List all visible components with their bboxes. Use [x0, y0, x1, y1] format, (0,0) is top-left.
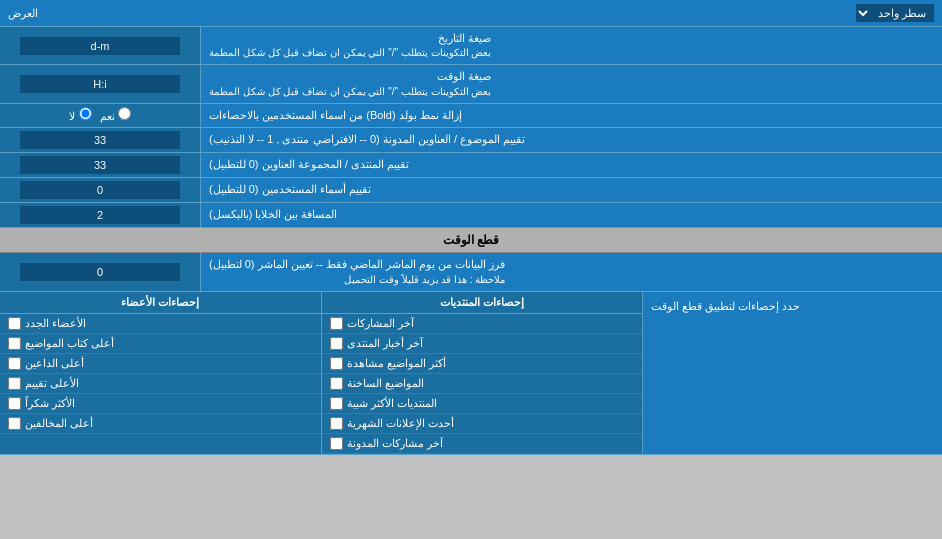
- most-thankful-label: الأكثر شكراً: [25, 397, 75, 410]
- col-header-members: إحصاءات الأعضاء: [0, 292, 321, 313]
- top-rated-label: الأعلى تقييم: [25, 377, 79, 390]
- list-item: الأعلى تقييم: [0, 374, 321, 394]
- usernames-align-row: تقييم أسماء المستخدمين (0 للتطبيل): [0, 178, 942, 203]
- top-posters-checkbox[interactable]: [8, 337, 21, 350]
- date-format-label: صيغة التاريخ بعض التكوينات يتطلب "/" الت…: [200, 27, 942, 64]
- limit-label-cell: حدد إحصاءات لتطبيق قطع الوقت: [642, 292, 942, 454]
- top-label: سطر واحد سطران ثلاثة أسطر: [856, 4, 934, 22]
- spacing-label: المسافة بين الخلايا (بالبكسل): [200, 203, 942, 227]
- top-row: سطر واحد سطران ثلاثة أسطر العرض: [0, 0, 942, 27]
- forum-news-checkbox[interactable]: [330, 337, 343, 350]
- cutoff-section-header: قطع الوقت: [0, 228, 942, 253]
- similar-forums-checkbox[interactable]: [330, 397, 343, 410]
- list-item: أكثر المواضيع مشاهدة: [322, 354, 643, 374]
- time-format-input[interactable]: [20, 75, 180, 93]
- date-format-title: صيغة التاريخ: [209, 31, 491, 46]
- checkboxes-headers: إحصاءات المنتديات إحصاءات الأعضاء: [0, 292, 642, 314]
- title-align-row: تقييم الموضوع / العناوين المدونة (0 -- ا…: [0, 128, 942, 153]
- cutoff-input-container: [0, 253, 200, 290]
- usernames-align-input-container: [0, 178, 200, 202]
- most-viewed-label: أكثر المواضيع مشاهدة: [347, 357, 446, 370]
- list-item: أعلى كتاب المواضيع: [0, 334, 321, 354]
- date-format-hint: بعض التكوينات يتطلب "/" التي يمكن ان تضا…: [209, 46, 491, 60]
- time-format-input-container: [0, 65, 200, 102]
- display-select[interactable]: سطر واحد سطران ثلاثة أسطر: [856, 4, 934, 22]
- limit-label: حدد إحصاءات لتطبيق قطع الوقت: [651, 300, 800, 313]
- title-align-input[interactable]: [20, 131, 180, 149]
- main-container: سطر واحد سطران ثلاثة أسطر العرض صيغة الت…: [0, 0, 942, 455]
- bold-yes-label: نعم: [100, 107, 131, 123]
- usernames-align-input[interactable]: [20, 181, 180, 199]
- top-posters-label: أعلى كتاب المواضيع: [25, 337, 114, 350]
- bold-remove-row: إزالة نمط بولد (Bold) من اسماء المستخدمي…: [0, 104, 942, 128]
- new-members-label: الأعضاء الجدد: [25, 317, 86, 330]
- members-column: الأعضاء الجدد أعلى كتاب المواضيع أعلى ال…: [0, 314, 321, 454]
- bold-remove-label: إزالة نمط بولد (Bold) من اسماء المستخدمي…: [200, 104, 942, 127]
- date-format-input-container: [0, 27, 200, 64]
- most-viewed-checkbox[interactable]: [330, 357, 343, 370]
- top-callers-checkbox[interactable]: [8, 357, 21, 370]
- checkboxes-items: آخر المشاركات آخر أخبار المنتدى أكثر الم…: [0, 314, 642, 454]
- top-callers-label: أعلى الداعين: [25, 357, 84, 370]
- list-item: أعلى الداعين: [0, 354, 321, 374]
- time-format-title: صيغة الوقت: [209, 69, 491, 84]
- bold-radio-group: نعم لا: [69, 107, 130, 123]
- title-align-input-container: [0, 128, 200, 152]
- bold-no-label: لا: [69, 107, 91, 123]
- monthly-ads-checkbox[interactable]: [330, 417, 343, 430]
- monthly-ads-label: أحدث الإعلانات الشهرية: [347, 417, 454, 430]
- forum-news-label: آخر أخبار المنتدى: [347, 337, 423, 350]
- last-participations-label: آخر مشاركات المدونة: [347, 437, 443, 450]
- list-item: أحدث الإعلانات الشهرية: [322, 414, 643, 434]
- time-format-label: صيغة الوقت بعض التكوينات يتطلب "/" التي …: [200, 65, 942, 102]
- top-moderators-checkbox[interactable]: [8, 417, 21, 430]
- forum-align-label: تقييم المنتدى / المجموعة العناوين (0 للت…: [200, 153, 942, 177]
- last-posts-label: آخر المشاركات: [347, 317, 414, 330]
- spacing-input-container: [0, 203, 200, 227]
- forum-align-row: تقييم المنتدى / المجموعة العناوين (0 للت…: [0, 153, 942, 178]
- list-item: الأعضاء الجدد: [0, 314, 321, 334]
- list-item: المنتديات الأكثر شبية: [322, 394, 643, 414]
- cutoff-note: ملاحظة : هذا قد يزيد قليلاً وقت التحميل: [209, 273, 505, 287]
- last-participations-checkbox[interactable]: [330, 437, 343, 450]
- most-thankful-checkbox[interactable]: [8, 397, 21, 410]
- cutoff-row: فرز البيانات من يوم الماشر الماضي فقط --…: [0, 253, 942, 291]
- date-format-input[interactable]: [20, 37, 180, 55]
- time-format-row: صيغة الوقت بعض التكوينات يتطلب "/" التي …: [0, 65, 942, 103]
- time-format-hint: بعض التكوينات يتطلب "/" التي يمكن ان تضا…: [209, 85, 491, 99]
- cutoff-label: فرز البيانات من يوم الماشر الماضي فقط --…: [200, 253, 942, 290]
- list-item: المواضيع الساخنة: [322, 374, 643, 394]
- forum-align-input-container: [0, 153, 200, 177]
- bold-yes-radio[interactable]: [118, 107, 131, 120]
- date-format-row: صيغة التاريخ بعض التكوينات يتطلب "/" الت…: [0, 27, 942, 65]
- spacing-input[interactable]: [20, 206, 180, 224]
- list-item: الأكثر شكراً: [0, 394, 321, 414]
- usernames-align-label: تقييم أسماء المستخدمين (0 للتطبيل): [200, 178, 942, 202]
- display-label: العرض: [8, 7, 38, 20]
- similar-forums-label: المنتديات الأكثر شبية: [347, 397, 437, 410]
- forums-column: آخر المشاركات آخر أخبار المنتدى أكثر الم…: [321, 314, 643, 454]
- bold-no-radio[interactable]: [79, 107, 92, 120]
- cutoff-input[interactable]: [20, 263, 180, 281]
- new-members-checkbox[interactable]: [8, 317, 21, 330]
- top-rated-checkbox[interactable]: [8, 377, 21, 390]
- list-item: آخر أخبار المنتدى: [322, 334, 643, 354]
- top-moderators-label: أعلى المخالفين: [25, 417, 93, 430]
- spacing-row: المسافة بين الخلايا (بالبكسل): [0, 203, 942, 228]
- checkboxes-section: حدد إحصاءات لتطبيق قطع الوقت إحصاءات الم…: [0, 292, 942, 455]
- bold-remove-input-container: نعم لا: [0, 104, 200, 127]
- title-align-label: تقييم الموضوع / العناوين المدونة (0 -- ا…: [200, 128, 942, 152]
- list-item: آخر مشاركات المدونة: [322, 434, 643, 454]
- list-item: أعلى المخالفين: [0, 414, 321, 434]
- col-header-forums: إحصاءات المنتديات: [321, 292, 643, 313]
- checkboxes-columns-container: إحصاءات المنتديات إحصاءات الأعضاء آخر ال…: [0, 292, 642, 454]
- cutoff-title: فرز البيانات من يوم الماشر الماضي فقط --…: [209, 257, 505, 272]
- hot-topics-checkbox[interactable]: [330, 377, 343, 390]
- forum-align-input[interactable]: [20, 156, 180, 174]
- list-item: آخر المشاركات: [322, 314, 643, 334]
- last-posts-checkbox[interactable]: [330, 317, 343, 330]
- hot-topics-label: المواضيع الساخنة: [347, 377, 424, 390]
